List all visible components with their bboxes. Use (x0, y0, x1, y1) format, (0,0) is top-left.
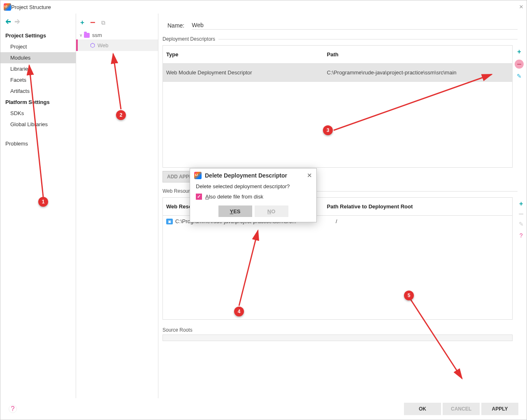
source-roots-section: Source Roots (163, 327, 513, 341)
dialog-buttons: YES NO (196, 205, 311, 217)
resource-rel: / (336, 218, 337, 224)
apply-button[interactable]: APPLY (481, 403, 518, 415)
dialog-checkbox-label: Also delete file from disk (205, 194, 263, 200)
sidebar-item-project[interactable]: Project (0, 41, 76, 52)
annotation-marker-4: 4 (234, 307, 244, 316)
add-descriptor-icon[interactable]: + (517, 48, 521, 55)
descriptors-side-buttons: + − ✎ (515, 48, 524, 79)
yes-button[interactable]: YES (218, 205, 252, 217)
title-bar: Project Structure × (0, 0, 527, 14)
name-row: Name: Web (158, 21, 527, 36)
sidebar-item-problems[interactable]: Problems (0, 138, 76, 149)
window-title: Project Structure (11, 4, 51, 10)
dialog-message: Delete selected deployment descriptor? (196, 183, 311, 189)
sidebar: 🡰 🡲 Project Settings Project Modules Lib… (0, 14, 76, 398)
forward-icon[interactable]: 🡲 (14, 18, 20, 25)
remove-module-icon[interactable]: − (90, 21, 95, 25)
delete-dialog: Delete Deployment Descriptor ✕ Delete se… (190, 168, 317, 222)
dialog-titlebar: Delete Deployment Descriptor ✕ (190, 168, 316, 181)
sidebar-item-modules[interactable]: Modules (0, 52, 76, 63)
close-icon[interactable]: × (519, 3, 523, 11)
add-resource-icon[interactable]: + (519, 200, 523, 208)
dialog-close-icon[interactable]: ✕ (307, 172, 312, 179)
dialog-title: Delete Deployment Descriptor (205, 172, 287, 179)
root-label: ssm (92, 32, 102, 38)
image-folder-icon: ▣ (166, 219, 173, 224)
source-roots-label: Source Roots (163, 327, 193, 333)
col-type: Type (163, 46, 324, 64)
help-resource-icon[interactable]: ? (520, 232, 523, 239)
tree-web-node[interactable]: ⬡ Web (76, 39, 158, 51)
descriptor-path: C:\Programme\rude-java\project-practice\… (324, 64, 512, 82)
checkbox-checked-icon[interactable]: ✓ (196, 194, 202, 200)
section-project-settings: Project Settings (0, 30, 76, 41)
descriptor-row[interactable]: Web Module Deployment Descriptor C:\Prog… (163, 64, 512, 82)
no-button[interactable]: NO (255, 205, 288, 217)
web-facet-icon: ⬡ (90, 42, 95, 48)
name-value[interactable]: Web (192, 21, 518, 30)
sidebar-item-sdks[interactable]: SDKs (0, 108, 76, 119)
module-tree: + − ⧉ ∨ ssm ⬡ Web (76, 14, 158, 398)
descriptors-section-title: Deployment Descriptors (158, 36, 527, 44)
tree-root-node[interactable]: ∨ ssm (76, 31, 158, 39)
sidebar-item-libraries[interactable]: Libraries (0, 63, 76, 74)
copy-module-icon[interactable]: ⧉ (101, 19, 105, 26)
app-icon (4, 3, 11, 11)
resources-side-buttons: + − ✎ ? (518, 200, 524, 239)
chevron-down-icon: ∨ (79, 33, 82, 37)
dialog-body: Delete selected deployment descriptor? ✓… (190, 181, 316, 222)
edit-descriptor-icon[interactable]: ✎ (517, 73, 522, 79)
ok-button[interactable]: OK (404, 403, 441, 415)
cancel-button[interactable]: CANCEL (443, 403, 480, 415)
sidebar-item-facets[interactable]: Facets (0, 74, 76, 85)
footer: ? OK CANCEL APPLY (0, 398, 527, 420)
nav-arrows: 🡰 🡲 (0, 17, 76, 30)
remove-descriptor-icon[interactable]: − (515, 60, 524, 69)
annotation-marker-5: 5 (404, 291, 414, 300)
name-label: Name: (167, 22, 184, 29)
edit-resource-icon[interactable]: ✎ (519, 221, 524, 227)
add-module-icon[interactable]: + (80, 18, 84, 27)
annotation-marker-2: 2 (116, 110, 126, 120)
sidebar-item-global-libraries[interactable]: Global Libraries (0, 119, 76, 130)
descriptors-table: + − ✎ Type Path Web Module Deployment De… (163, 45, 513, 168)
col-path: Path (324, 46, 512, 64)
sidebar-item-artifacts[interactable]: Artifacts (0, 85, 76, 97)
source-roots-bar (163, 335, 513, 341)
descriptor-type: Web Module Deployment Descriptor (163, 64, 324, 82)
dialog-checkbox-row[interactable]: ✓ Also delete file from disk (196, 194, 311, 200)
help-icon[interactable]: ? (9, 405, 17, 413)
footer-buttons: OK CANCEL APPLY (404, 403, 518, 415)
col-resource-rel: Path Relative to Deployment Root (324, 198, 512, 216)
section-platform-settings: Platform Settings (0, 97, 76, 108)
back-icon[interactable]: 🡰 (5, 18, 11, 25)
remove-resource-icon[interactable]: − (518, 212, 524, 216)
folder-icon (84, 33, 90, 38)
tree-toolbar: + − ⧉ (76, 17, 158, 31)
dialog-app-icon (194, 172, 202, 179)
web-label: Web (98, 42, 109, 48)
annotation-marker-3: 3 (323, 125, 333, 135)
annotation-marker-1: 1 (38, 197, 48, 207)
